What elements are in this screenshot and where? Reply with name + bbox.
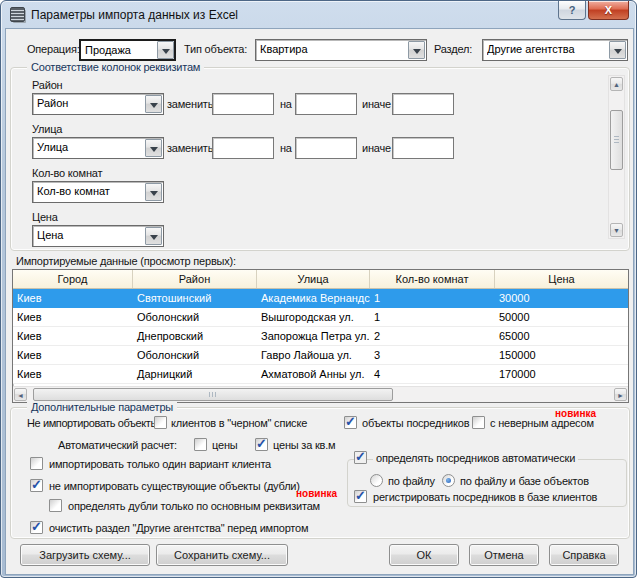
mapping-combo-ulica[interactable]: Улица (32, 137, 164, 159)
to-label: на (280, 142, 292, 154)
scrollbar-thumb[interactable] (33, 388, 393, 401)
ok-button[interactable]: ОК (389, 544, 459, 566)
title-bar: Параметры импорта данных из Excel ? X (1, 1, 636, 28)
dialog-window: Параметры импорта данных из Excel ? X Оп… (0, 0, 637, 578)
object-type-combo[interactable]: Квартира (255, 39, 427, 61)
else-input-ulica[interactable] (392, 137, 454, 159)
section-combo[interactable]: Другие агентства (482, 39, 628, 61)
window-title: Параметры импорта данных из Excel (31, 8, 238, 22)
help-button[interactable]: Справка (549, 544, 619, 566)
mapping-group-title: Соответствие колонок реквизитам (27, 61, 204, 73)
replace-from-input-ulica[interactable] (212, 137, 274, 159)
mapping-row-label: Кол-во комнат (32, 167, 102, 179)
new-feature-badge: новинка (296, 488, 337, 499)
dialog-client-area: Операция: Продажа Тип объекта: Квартира … (5, 28, 634, 575)
auto-calc-label: Автоматический расчет: (58, 439, 177, 451)
auto-detect-checkbox[interactable] (354, 451, 367, 464)
preview-table: Город Район Улица Кол-во комнат Цена Кие… (12, 269, 629, 403)
no-duplicates-checkbox[interactable] (30, 479, 43, 492)
extra-params-title: Дополнительные параметры (27, 401, 177, 413)
replace-from-input-rayon[interactable] (212, 93, 274, 115)
price-per-sqm-checkbox[interactable] (255, 438, 268, 451)
column-header[interactable]: Кол-во комнат (370, 270, 495, 288)
column-header[interactable]: Район (133, 270, 257, 288)
preview-title: Импортируемые данные (просмотр первых): (16, 255, 236, 267)
chevron-down-icon[interactable] (145, 183, 162, 201)
mapping-scrollbar[interactable]: ▲ ▼ (608, 75, 625, 239)
price-per-sqm-label: цены за кв.м (273, 439, 335, 451)
column-header[interactable]: Город (13, 270, 133, 288)
mapping-combo-price[interactable]: Цена (32, 225, 164, 247)
dup-main-requisites-checkbox[interactable] (49, 499, 62, 512)
save-scheme-button[interactable]: Сохранить схему... (156, 544, 288, 566)
dup-main-requisites-label: определять дубли только по основным рекв… (68, 500, 320, 512)
intermediary-objects-checkbox[interactable] (344, 416, 357, 429)
else-label: иначе (362, 142, 391, 154)
blacklist-checkbox-label: клиентов в "черном" списке (171, 417, 307, 429)
replace-label: заменить (167, 98, 213, 110)
column-header[interactable]: Цена (495, 270, 628, 288)
table-row[interactable]: КиевОболонский Гавро Лайоша ул.3 150000 (13, 346, 628, 365)
chevron-down-icon[interactable] (145, 95, 162, 113)
table-row[interactable]: КиевОболонский Вышгородская ул.1 50000 (13, 308, 628, 327)
no-import-label: Не импортировать объекты: (27, 417, 161, 429)
table-header: Город Район Улица Кол-во комнат Цена (13, 270, 628, 289)
no-duplicates-label: не импортировать существующие объекты (д… (49, 480, 300, 492)
help-icon[interactable]: ? (558, 1, 586, 20)
scroll-right-icon[interactable]: ► (614, 388, 627, 401)
by-file-and-base-label: по файлу и базе объектов (460, 475, 589, 487)
replace-to-input-ulica[interactable] (295, 137, 357, 159)
wrong-address-label: с неверным адресом (490, 417, 594, 429)
scroll-up-icon[interactable]: ▲ (610, 77, 623, 91)
operation-combo[interactable]: Продажа (79, 39, 176, 61)
blacklist-checkbox[interactable] (154, 416, 167, 429)
by-file-radio[interactable] (370, 474, 383, 487)
scroll-left-icon[interactable]: ◄ (14, 388, 27, 401)
one-variant-label: импортировать только один вариант клиент… (49, 458, 271, 470)
replace-to-input-rayon[interactable] (295, 93, 357, 115)
object-type-label: Тип объекта: (184, 43, 247, 55)
replace-label: заменить (167, 142, 213, 154)
clear-section-checkbox[interactable] (30, 521, 43, 534)
to-label: на (280, 98, 292, 110)
auto-detect-label: определять посредников автоматически (373, 452, 578, 464)
chevron-down-icon[interactable] (145, 139, 162, 157)
app-icon (10, 7, 25, 22)
load-scheme-button[interactable]: Загрузить схему... (20, 544, 150, 566)
intermediary-objects-label: объекты посредников (362, 417, 469, 429)
chevron-down-icon[interactable] (145, 227, 162, 245)
mapping-row-label: Улица (32, 123, 62, 135)
column-header[interactable]: Улица (257, 270, 370, 288)
table-h-scrollbar[interactable]: ◄ ► (13, 386, 628, 402)
mapping-combo-rooms[interactable]: Кол-во комнат (32, 181, 164, 203)
operation-label: Операция: (27, 43, 80, 55)
cancel-button[interactable]: Отмена (469, 544, 539, 566)
by-file-and-base-radio[interactable] (442, 474, 455, 487)
price-checkbox[interactable] (194, 438, 207, 451)
chevron-down-icon[interactable] (157, 41, 174, 59)
wrong-address-checkbox[interactable] (472, 416, 485, 429)
mapping-row-label: Цена (32, 211, 58, 223)
clear-section-label: очистить раздел "Другие агентства" перед… (49, 522, 308, 534)
one-variant-checkbox[interactable] (30, 457, 43, 470)
chevron-down-icon[interactable] (408, 41, 425, 59)
table-row[interactable]: КиевДнепровский Запорожца Петра ул.2 650… (13, 327, 628, 346)
by-file-label: по файлу (388, 475, 435, 487)
register-label: регистрировать посредников в базе клиент… (373, 491, 597, 503)
table-row[interactable]: КиевСвятошинский Академика Вернандского1… (13, 289, 628, 308)
mapping-row-label: Район (32, 79, 62, 91)
price-label: цены (212, 439, 237, 451)
scroll-down-icon[interactable]: ▼ (610, 223, 623, 237)
close-icon[interactable]: X (588, 1, 629, 20)
mapping-combo-rayon[interactable]: Район (32, 93, 164, 115)
chevron-down-icon[interactable] (609, 41, 626, 59)
table-row[interactable]: КиевДарницкий Ахматовой Анны ул.4 170000 (13, 365, 628, 384)
register-checkbox[interactable] (354, 490, 367, 503)
scrollbar-thumb[interactable] (610, 110, 623, 170)
else-label: иначе (362, 98, 391, 110)
else-input-rayon[interactable] (392, 93, 454, 115)
section-label: Раздел: (434, 43, 472, 55)
